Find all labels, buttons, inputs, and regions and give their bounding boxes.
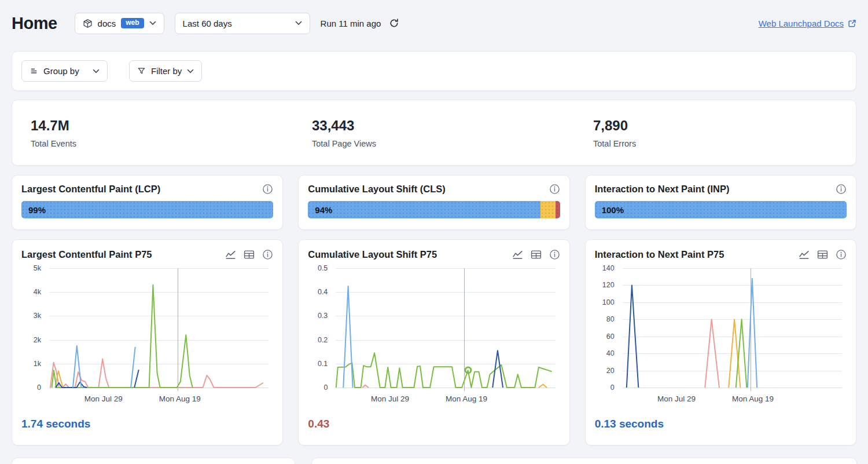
cls-p75-chart: 00.10.20.30.40.5 Mon Jul 29Mon Aug 19	[308, 264, 560, 404]
score-label: 99%	[28, 205, 46, 215]
inp-vital-card: Interaction to Next Paint (INP) 100%	[585, 175, 856, 230]
inp-p75-chart: 020406080100120140 Mon Jul 29Mon Aug 19	[595, 264, 847, 404]
docs-link-label: Web Launchpad Docs	[759, 19, 844, 28]
vital-title: Interaction to Next Paint (INP)	[595, 184, 730, 195]
page-title: Home	[12, 14, 57, 33]
table-icon[interactable]	[817, 250, 828, 260]
cls-p75-value: 0.43	[308, 418, 560, 430]
chart-plot-area	[49, 268, 269, 388]
project-cube-icon	[83, 19, 93, 28]
filter-by-label: Filter by	[151, 66, 182, 76]
group-by-icon	[30, 67, 38, 75]
chart-title: Interaction to Next Paint P75	[595, 249, 724, 260]
date-range-label: Last 60 days	[183, 19, 232, 28]
line-chart-icon[interactable]	[799, 250, 810, 260]
stat-total-page-views: 33,443 Total Page Views	[293, 118, 575, 148]
stat-value: 33,443	[312, 118, 575, 134]
table-icon[interactable]	[531, 250, 542, 260]
project-name: docs	[98, 19, 116, 28]
chevron-down-icon	[295, 21, 302, 25]
refresh-icon[interactable]	[389, 18, 399, 28]
dashboard-page: Home docs web Last 60 days Run 11 min ag…	[0, 0, 868, 464]
inp-score-bar: 100%	[595, 201, 847, 218]
lcp-vital-card: Largest Contentful Paint (LCP) 99%	[12, 175, 283, 230]
inp-p75-chart-card: Interaction to Next Paint P75 0204060801…	[585, 239, 856, 445]
stat-label: Total Events	[31, 139, 293, 148]
line-chart-icon[interactable]	[512, 250, 523, 260]
line-chart-icon[interactable]	[225, 250, 236, 260]
score-label: 94%	[315, 205, 332, 215]
cls-p75-chart-card: Cumulative Layout Shift P75 00.10.20.30.…	[298, 239, 569, 445]
stat-total-events: 14.7M Total Events	[12, 118, 293, 148]
lcp-p75-value: 1.74 seconds	[21, 418, 273, 430]
cls-vital-card: Cumulative Layout Shift (CLS) 94%	[298, 175, 569, 230]
chart-title: Cumulative Layout Shift P75	[308, 249, 437, 260]
web-launchpad-docs-link[interactable]: Web Launchpad Docs	[759, 19, 856, 28]
cls-score-bar: 94%	[308, 201, 560, 218]
y-axis-labels: 01k2k3k4k5k	[21, 268, 45, 388]
score-label: 100%	[602, 205, 624, 215]
web-vitals-row: Largest Contentful Paint (LCP) 99% Cumul…	[12, 175, 856, 230]
y-axis-labels: 00.10.20.30.40.5	[308, 268, 331, 388]
chart-plot-area	[623, 268, 842, 388]
date-range-selector[interactable]: Last 60 days	[175, 13, 310, 34]
vital-title: Cumulative Layout Shift (CLS)	[308, 184, 445, 195]
external-link-icon	[848, 19, 856, 28]
next-row-card-left	[12, 458, 295, 464]
p75-charts-row: Largest Contentful Paint P75 01k2k3k4k5k…	[12, 239, 856, 445]
x-axis-labels: Mon Jul 29Mon Aug 19	[49, 392, 269, 404]
stat-value: 7,890	[593, 118, 856, 134]
filter-bar: Group by Filter by	[12, 51, 856, 91]
stat-value: 14.7M	[31, 118, 293, 134]
lcp-p75-chart: 01k2k3k4k5k Mon Jul 29Mon Aug 19	[21, 264, 273, 404]
chevron-down-icon	[187, 69, 194, 74]
project-selector[interactable]: docs web	[75, 13, 164, 34]
chevron-down-icon	[93, 69, 100, 74]
group-by-label: Group by	[43, 66, 79, 76]
top-bar: Home docs web Last 60 days Run 11 min ag…	[0, 0, 868, 46]
platform-badge: web	[121, 18, 144, 28]
lcp-score-bar: 99%	[21, 201, 273, 218]
chevron-down-icon	[149, 21, 156, 25]
info-icon[interactable]	[262, 249, 273, 260]
inp-p75-value: 0.13 seconds	[595, 418, 847, 430]
info-icon[interactable]	[262, 184, 273, 195]
chart-plot-area	[336, 268, 555, 388]
info-icon[interactable]	[836, 249, 847, 260]
table-icon[interactable]	[244, 250, 255, 260]
next-row-card-right	[311, 458, 857, 464]
x-axis-labels: Mon Jul 29Mon Aug 19	[623, 392, 842, 404]
stat-label: Total Page Views	[312, 139, 575, 148]
y-axis-labels: 020406080100120140	[595, 268, 618, 388]
lcp-p75-chart-card: Largest Contentful Paint P75 01k2k3k4k5k…	[12, 239, 283, 445]
filter-funnel-icon	[137, 67, 146, 75]
info-icon[interactable]	[549, 249, 560, 260]
vital-title: Largest Contentful Paint (LCP)	[21, 184, 160, 195]
info-icon[interactable]	[549, 184, 560, 195]
stat-label: Total Errors	[593, 139, 856, 148]
chart-title: Largest Contentful Paint P75	[21, 249, 152, 260]
summary-stats-card: 14.7M Total Events 33,443 Total Page Vie…	[12, 100, 856, 166]
info-icon[interactable]	[836, 184, 847, 195]
filter-by-dropdown[interactable]: Filter by	[129, 60, 202, 82]
last-run-status: Run 11 min ago	[321, 19, 381, 28]
group-by-dropdown[interactable]: Group by	[21, 60, 108, 82]
stat-total-errors: 7,890 Total Errors	[575, 118, 856, 148]
x-axis-labels: Mon Jul 29Mon Aug 19	[336, 392, 555, 404]
